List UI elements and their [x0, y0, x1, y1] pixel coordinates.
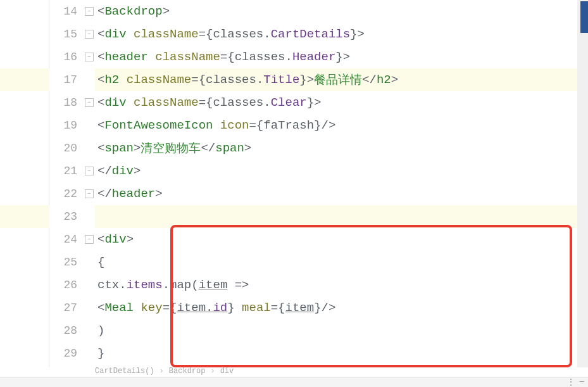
minimize-icon[interactable]: —	[580, 377, 584, 387]
fold-minus-icon[interactable]: −	[85, 98, 94, 107]
line-number: 18	[63, 96, 77, 109]
breadcrumb-item[interactable]: div	[220, 367, 234, 376]
code-token: }	[97, 346, 104, 360]
breadcrumb[interactable]: CartDetails() › Backdrop › div	[95, 367, 234, 376]
code-token: item	[199, 278, 228, 292]
code-token: h2	[104, 73, 126, 87]
breadcrumb-item[interactable]: CartDetails()	[95, 367, 154, 376]
fold-minus-icon[interactable]: −	[85, 30, 94, 39]
line-number-row: 14−	[49, 0, 95, 23]
code-token: )	[97, 324, 104, 338]
more-icon[interactable]: ⋮	[567, 377, 575, 387]
code-token: className	[134, 27, 199, 41]
code-line[interactable]	[95, 205, 588, 228]
vertical-scrollbar[interactable]	[577, 0, 588, 367]
line-number: 24	[63, 233, 77, 246]
line-number-row: 25	[49, 251, 95, 274]
code-line[interactable]: <Meal key={item.id} meal={item}/>	[95, 296, 588, 319]
code-token: .	[119, 278, 126, 292]
code-line[interactable]: <header className={classes.Header}>	[95, 46, 588, 68]
editor[interactable]: 14−15−16−1718−192021−22−2324−2526272829 …	[0, 0, 588, 367]
code-token: 餐品详情	[314, 72, 362, 88]
fold-minus-icon[interactable]: −	[85, 53, 94, 61]
margin-highlight	[0, 68, 49, 91]
code-token: CartDetails	[271, 27, 350, 41]
margin-highlight	[0, 205, 49, 228]
code-token: </	[97, 187, 112, 201]
code-token: <	[97, 50, 104, 64]
code-token: =	[191, 73, 198, 87]
code-token: div	[112, 164, 134, 178]
code-token: items	[127, 278, 163, 292]
code-line[interactable]: <h2 className={classes.Title}>餐品详情</h2>	[95, 68, 588, 91]
code-line[interactable]: <div className={classes.Clear}>	[95, 91, 588, 114]
code-line[interactable]: {	[95, 251, 588, 274]
line-number-row: 23	[49, 205, 95, 228]
code-token: h2	[377, 73, 391, 87]
scrollbar-thumb[interactable]	[580, 1, 588, 33]
code-token: =	[163, 301, 170, 315]
line-number-row: 20	[49, 137, 95, 160]
code-token: />	[322, 118, 336, 132]
code-token: meal	[242, 301, 271, 315]
line-number: 21	[63, 165, 77, 177]
code-token: Meal	[104, 301, 141, 315]
code-token: >	[127, 232, 134, 246]
code-token: {	[199, 73, 206, 87]
code-token: </	[362, 73, 377, 87]
code-token: </	[97, 164, 112, 178]
code-line[interactable]: <div className={classes.CartDetails}>	[95, 23, 588, 46]
code-line[interactable]: </header>	[95, 182, 588, 205]
code-token: .	[263, 96, 270, 110]
code-line[interactable]: <Backdrop>	[95, 0, 588, 23]
code-line[interactable]: <FontAwesomeIcon icon={faTrash}/>	[95, 114, 588, 137]
code-line[interactable]: </div>	[95, 160, 588, 182]
code-token: header	[112, 187, 155, 201]
code-token: </	[201, 141, 215, 155]
code-token: =	[199, 27, 206, 41]
code-token: >	[391, 73, 398, 87]
fold-close-icon[interactable]: −	[85, 189, 94, 198]
code-token: (	[191, 278, 198, 292]
code-token: div	[104, 96, 134, 110]
fold-minus-icon[interactable]: −	[85, 235, 94, 244]
code-line[interactable]: ctx.items.map(item =>	[95, 274, 588, 296]
line-number-row: 26	[49, 274, 95, 296]
line-number-row: 18−	[49, 91, 95, 114]
code-token: =>	[235, 278, 249, 292]
line-number: 29	[63, 347, 77, 360]
code-line[interactable]: }	[95, 342, 588, 365]
code-token: <	[97, 301, 104, 315]
code-token	[227, 278, 234, 292]
code-token: item	[177, 301, 206, 315]
code-token: .	[256, 73, 263, 87]
code-token: id	[213, 301, 227, 315]
code-token: span	[215, 141, 244, 155]
line-number: 16	[63, 51, 77, 63]
chevron-right-icon: ›	[210, 367, 215, 376]
line-number: 23	[63, 210, 77, 223]
code-area[interactable]: <Backdrop> <div className={classes.CartD…	[95, 0, 588, 367]
code-token: classes	[235, 50, 285, 64]
code-line[interactable]: <span>清空购物车</span>	[95, 137, 588, 160]
code-token: div	[104, 232, 126, 246]
code-token: {	[206, 27, 213, 41]
code-token: ctx	[97, 278, 119, 292]
line-number: 28	[63, 324, 77, 337]
line-number: 25	[63, 256, 77, 269]
code-token: key	[141, 301, 162, 315]
line-number: 17	[63, 73, 77, 86]
fold-minus-icon[interactable]: −	[85, 7, 94, 16]
code-token: className	[155, 50, 220, 64]
code-token: {	[256, 118, 263, 132]
code-token: {	[206, 96, 213, 110]
line-number-row: 29	[49, 342, 95, 365]
line-number-row: 27	[49, 296, 95, 319]
code-token: map	[170, 278, 191, 292]
breadcrumb-item[interactable]: Backdrop	[169, 367, 206, 376]
code-token: >	[358, 27, 365, 41]
code-token: <	[97, 118, 104, 132]
code-line[interactable]: <div>	[95, 228, 588, 251]
code-line[interactable]: )	[95, 319, 588, 342]
fold-close-icon[interactable]: −	[85, 167, 94, 175]
